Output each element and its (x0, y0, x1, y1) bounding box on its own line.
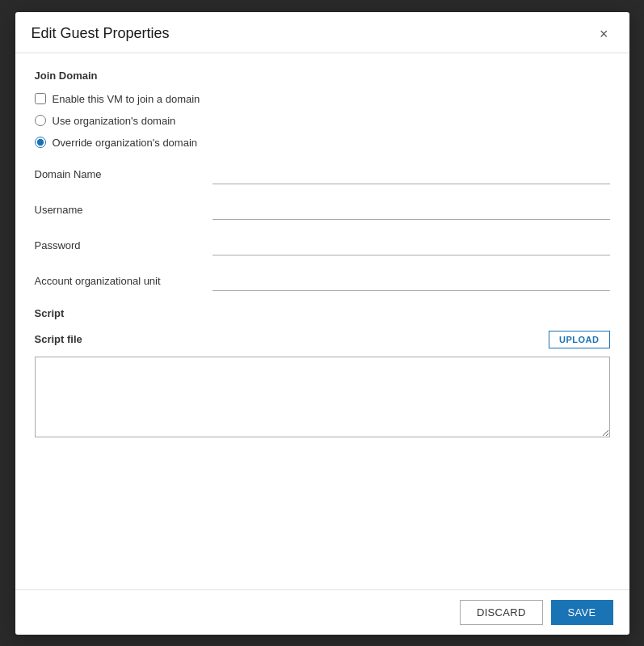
domain-name-label: Domain Name (35, 168, 213, 180)
override-org-domain-label[interactable]: Override organization's domain (53, 137, 198, 149)
username-input[interactable] (213, 201, 610, 220)
account-org-unit-row: Account organizational unit (35, 272, 610, 291)
override-org-domain-radio[interactable] (35, 137, 46, 148)
password-row: Password (35, 236, 610, 255)
discard-button[interactable]: DISCARD (460, 600, 543, 625)
save-button[interactable]: SAVE (551, 600, 613, 625)
use-org-domain-radio[interactable] (35, 115, 46, 126)
use-org-domain-label[interactable]: Use organization's domain (53, 115, 176, 127)
account-org-unit-label: Account organizational unit (35, 275, 213, 287)
modal-title: Edit Guest Properties (32, 25, 170, 42)
domain-name-row: Domain Name (35, 165, 610, 184)
join-domain-title: Join Domain (35, 70, 610, 82)
override-org-domain-row: Override organization's domain (35, 137, 610, 149)
enable-vm-label[interactable]: Enable this VM to join a domain (53, 93, 200, 105)
username-row: Username (35, 201, 610, 220)
enable-vm-checkbox-row: Enable this VM to join a domain (35, 93, 610, 105)
script-section-title: Script (35, 307, 610, 319)
script-file-label: Script file (35, 333, 82, 345)
script-file-row: Script file UPLOAD (35, 331, 610, 348)
modal-body: Join Domain Enable this VM to join a dom… (15, 53, 629, 589)
upload-button[interactable]: UPLOAD (549, 331, 609, 348)
enable-vm-checkbox[interactable] (35, 93, 46, 104)
password-input[interactable] (213, 236, 610, 255)
domain-form-section: Domain Name Username Password Account or… (35, 165, 610, 291)
close-button[interactable]: × (595, 25, 613, 43)
modal-footer: DISCARD SAVE (15, 589, 629, 635)
script-section: Script Script file UPLOAD (35, 307, 610, 441)
password-label: Password (35, 239, 213, 251)
modal-overlay: Edit Guest Properties × Join Domain Enab… (0, 0, 644, 646)
domain-name-input[interactable] (213, 165, 610, 184)
script-textarea[interactable] (35, 357, 610, 437)
account-org-unit-input[interactable] (213, 272, 610, 291)
modal-header: Edit Guest Properties × (15, 12, 629, 53)
join-domain-section: Join Domain Enable this VM to join a dom… (35, 70, 610, 149)
use-org-domain-row: Use organization's domain (35, 115, 610, 127)
modal-dialog: Edit Guest Properties × Join Domain Enab… (15, 12, 629, 635)
username-label: Username (35, 204, 213, 216)
